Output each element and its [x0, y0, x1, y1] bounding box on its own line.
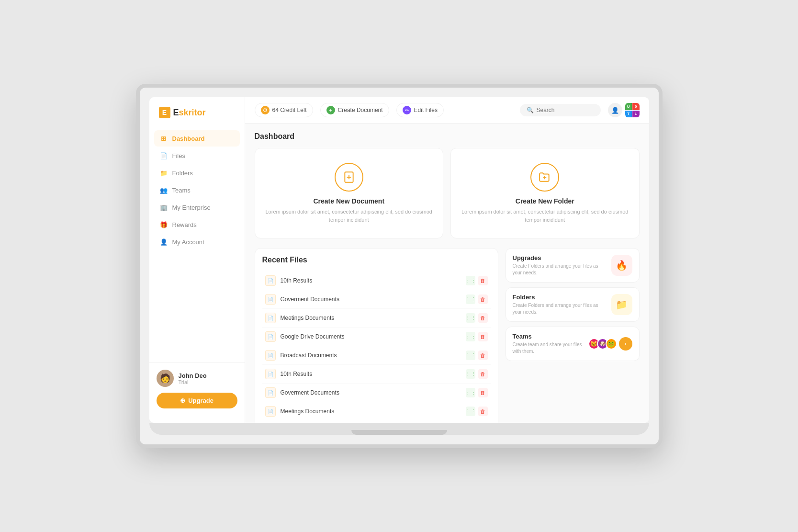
teams-icon: 👥: [160, 186, 168, 194]
search-box[interactable]: 🔍: [520, 104, 601, 116]
sidebar-item-account[interactable]: 👤 My Account: [154, 234, 240, 250]
create-document-button[interactable]: + Create Document: [320, 103, 389, 117]
logo-icon: E: [159, 107, 170, 118]
file-delete-1[interactable]: 🗑: [478, 294, 488, 304]
file-move-0[interactable]: ⋮⋮: [466, 276, 475, 285]
file-item-3: 📄 Google Drive Documents ⋮⋮ 🗑: [262, 328, 491, 346]
file-delete-2[interactable]: 🗑: [478, 313, 488, 323]
account-icon: 👤: [160, 238, 168, 246]
file-item-6: 📄 Goverment Documents ⋮⋮ 🗑: [262, 384, 491, 402]
folders-icon: 📁: [160, 169, 168, 177]
file-move-6[interactable]: ⋮⋮: [466, 388, 475, 397]
sidebar-item-files[interactable]: 📄 Files: [154, 147, 240, 164]
create-doc-card-icon: [335, 163, 363, 192]
upgrades-card-icon: 🔥: [611, 255, 632, 276]
file-delete-0[interactable]: 🗑: [478, 276, 488, 285]
file-move-2[interactable]: ⋮⋮: [466, 313, 475, 323]
sidebar-label-dashboard: Dashboard: [172, 135, 205, 142]
user-details: John Deo Trial: [179, 372, 207, 385]
file-name-2: Meetings Documents: [281, 315, 461, 321]
upgrades-card[interactable]: Upgrades Create Folders and arrange your…: [506, 248, 640, 283]
folders-card-desc: Create Folders and arrange your files as…: [513, 302, 607, 316]
file-delete-5[interactable]: 🗑: [478, 369, 488, 379]
sidebar-label-files: Files: [172, 152, 185, 159]
credit-label: 64 Credit Left: [272, 107, 307, 113]
sidebar-item-teams[interactable]: 👥 Teams: [154, 182, 240, 198]
rewards-icon: 🎁: [160, 221, 168, 228]
sidebar-label-folders: Folders: [172, 170, 193, 177]
create-document-card[interactable]: Create New Document Lorem ipsum dolor si…: [255, 148, 444, 238]
file-move-5[interactable]: ⋮⋮: [466, 369, 475, 379]
credit-icon: ⏱: [261, 106, 270, 114]
teams-card[interactable]: Teams Create team and share your files w…: [506, 327, 640, 361]
folders-card-text: Folders Create Folders and arrange your …: [513, 294, 607, 316]
file-delete-7[interactable]: 🗑: [478, 407, 488, 416]
file-icon-4: 📄: [265, 350, 276, 361]
file-actions-3: ⋮⋮ 🗑: [466, 332, 488, 341]
create-doc-card-title: Create New Document: [313, 197, 384, 205]
topbar: ⏱ 64 Credit Left + Create Document ✏ Edi…: [245, 97, 649, 124]
sidebar-label-enterprise: My Enterprise: [172, 204, 211, 211]
user-info: 🧑 John Deo Trial: [157, 370, 237, 387]
user-icon-button[interactable]: 👤: [608, 103, 622, 117]
recent-files-panel: Recent Files 📄 10th Results ⋮⋮ 🗑 📄 Gover…: [255, 248, 498, 423]
file-move-4[interactable]: ⋮⋮: [466, 351, 475, 360]
edit-files-icon: ✏: [403, 106, 411, 114]
dashboard-body: Dashboard Create New Document: [245, 124, 649, 423]
upgrade-icon: ⊕: [180, 397, 185, 404]
create-folder-card[interactable]: Create New Folder Lorem ipsum dolor sit …: [450, 148, 640, 238]
file-icon-5: 📄: [265, 369, 276, 379]
file-item-4: 📄 Broadcast Documents ⋮⋮ 🗑: [262, 346, 491, 365]
file-move-1[interactable]: ⋮⋮: [466, 294, 475, 304]
search-input[interactable]: [537, 107, 594, 113]
sidebar-item-enterprise[interactable]: 🏢 My Enterprise: [154, 199, 240, 215]
sidebar: E Eskritor ⊞ Dashboard 📄 Files 📁 Folders: [149, 97, 245, 423]
create-doc-icon: +: [326, 106, 335, 114]
recent-files-title: Recent Files: [262, 256, 491, 264]
file-item-1: 📄 Goverment Documents ⋮⋮ 🗑: [262, 290, 491, 309]
file-move-3[interactable]: ⋮⋮: [466, 332, 475, 341]
edit-files-label: Edit Files: [414, 107, 438, 113]
file-move-7[interactable]: ⋮⋮: [466, 407, 475, 416]
sidebar-nav: ⊞ Dashboard 📄 Files 📁 Folders 👥 Teams: [149, 130, 245, 362]
file-item-5: 📄 10th Results ⋮⋮ 🗑: [262, 365, 491, 384]
upgrade-label: Upgrade: [188, 397, 214, 404]
upgrade-button[interactable]: ⊕ Upgrade: [157, 393, 237, 408]
edit-files-button[interactable]: ✏ Edit Files: [396, 103, 444, 117]
user-plan: Trial: [179, 379, 207, 385]
file-delete-4[interactable]: 🗑: [478, 351, 488, 360]
file-name-5: 10th Results: [281, 371, 461, 377]
file-icon-1: 📄: [265, 294, 276, 305]
file-delete-6[interactable]: 🗑: [478, 388, 488, 397]
file-item-7: 📄 Meetings Documents ⋮⋮ 🗑: [262, 402, 491, 420]
file-actions-1: ⋮⋮ 🗑: [466, 294, 488, 304]
sidebar-label-account: My Account: [172, 238, 204, 246]
action-cards: Create New Document Lorem ipsum dolor si…: [255, 148, 640, 238]
enterprise-icon: 🏢: [160, 204, 168, 211]
sidebar-item-folders[interactable]: 📁 Folders: [154, 165, 240, 181]
avatar: 🧑: [157, 370, 174, 387]
file-delete-3[interactable]: 🗑: [478, 332, 488, 341]
sidebar-item-dashboard[interactable]: ⊞ Dashboard: [154, 130, 240, 147]
file-name-6: Goverment Documents: [281, 389, 461, 396]
file-name-7: Meetings Documents: [281, 408, 461, 415]
create-doc-card-desc: Lorem ipsum dolor sit amet, consectetur …: [265, 208, 434, 224]
file-name-0: 10th Results: [281, 277, 461, 284]
file-actions-0: ⋮⋮ 🗑: [466, 276, 488, 285]
teams-arrow-icon[interactable]: ›: [619, 337, 632, 351]
logo: E Eskritor: [149, 107, 245, 130]
sidebar-label-teams: Teams: [172, 187, 191, 194]
file-actions-5: ⋮⋮ 🗑: [466, 369, 488, 379]
folders-card[interactable]: Folders Create Folders and arrange your …: [506, 287, 640, 322]
logo-text: Eskritor: [173, 108, 206, 118]
create-doc-label: Create Document: [338, 107, 383, 113]
credit-badge: ⏱ 64 Credit Left: [255, 103, 313, 117]
tls-cell-1: 0: [632, 103, 640, 110]
sidebar-label-rewards: Rewards: [172, 221, 197, 228]
file-icon-3: 📄: [265, 331, 276, 342]
upgrades-card-desc: Create Folders and arrange your files as…: [513, 263, 607, 276]
sidebar-item-rewards[interactable]: 🎁 Rewards: [154, 216, 240, 233]
file-icon-0: 📄: [265, 275, 276, 286]
folders-card-title: Folders: [513, 294, 607, 301]
tls-icon[interactable]: U0TL: [625, 103, 640, 117]
